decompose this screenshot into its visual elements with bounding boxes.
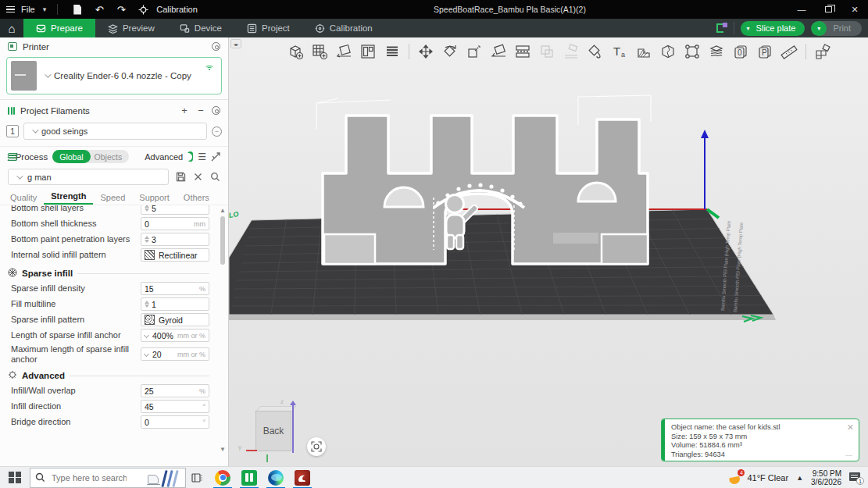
new-project-button[interactable] — [69, 2, 86, 16]
tab-preview[interactable]: Preview — [95, 19, 167, 37]
tab-support[interactable]: Support — [132, 193, 177, 205]
tune-icon[interactable] — [211, 151, 220, 162]
viewport-3d[interactable]: Bambu Smooth PEI Plate (High Temp Plate … — [229, 37, 868, 466]
param-search-input[interactable] — [26, 172, 120, 183]
advanced-toggle[interactable] — [188, 151, 193, 162]
build-plate[interactable] — [229, 209, 773, 315]
start-button[interactable] — [0, 467, 30, 488]
info-close-icon[interactable]: ✕ — [847, 422, 854, 433]
taskbar-app-edge[interactable] — [263, 467, 289, 488]
redo-button[interactable]: ↷ — [113, 2, 130, 16]
close-button[interactable]: ✕ — [841, 0, 868, 19]
spinner-icon[interactable] — [145, 301, 149, 308]
scrollbar-thumb[interactable] — [220, 216, 225, 265]
add-filament-button[interactable]: + — [179, 105, 190, 116]
taskbar-app-chrome[interactable] — [209, 467, 236, 488]
hamburger-icon[interactable] — [6, 6, 15, 13]
tab-speed[interactable]: Speed — [93, 193, 132, 205]
measure-icon[interactable] — [779, 41, 799, 62]
move-icon[interactable] — [416, 41, 436, 62]
lay-on-face-icon[interactable] — [488, 41, 509, 62]
bottom-shell-layers-input[interactable]: 5 — [141, 205, 209, 215]
slice-plate-button[interactable]: ▾ Slice plate — [741, 21, 805, 36]
search-decoration-image[interactable] — [146, 470, 182, 487]
plate-settings-icon[interactable] — [716, 23, 727, 34]
slice-options-chevron-icon[interactable]: ▾ — [741, 21, 756, 36]
remove-filament-button[interactable]: − — [195, 105, 206, 116]
add-object-icon[interactable] — [285, 41, 305, 62]
spinner-icon[interactable] — [145, 236, 149, 244]
param-search-field[interactable] — [8, 169, 169, 185]
taskbar-weather[interactable]: 4 41°F Clear — [729, 472, 788, 484]
anchor-max-length-select[interactable]: 20 mm or % — [141, 347, 209, 361]
add-plate-icon[interactable] — [309, 41, 330, 62]
file-menu[interactable]: File — [21, 5, 35, 14]
tab-prepare[interactable]: Prepare — [23, 19, 95, 37]
tab-calibration[interactable]: Calibration — [302, 19, 385, 37]
filament-selector[interactable]: good seings — [23, 123, 207, 140]
notification-center-button[interactable]: 1 — [849, 472, 863, 484]
navigation-cube[interactable]: z y Back — [246, 403, 301, 464]
internal-solid-infill-pattern-select[interactable]: Rectilinear — [141, 248, 209, 262]
auto-orient-icon[interactable] — [334, 41, 354, 62]
minimize-button[interactable]: — — [788, 0, 815, 19]
taskbar-search-input[interactable] — [50, 472, 128, 483]
home-button[interactable]: ⌂ — [0, 19, 23, 37]
rotate-icon[interactable] — [440, 41, 460, 62]
settings-list-icon[interactable]: ☰ — [198, 151, 206, 162]
clear-search-icon[interactable] — [192, 172, 203, 183]
filament-edit-icon[interactable]: − — [212, 126, 222, 137]
document-p-icon[interactable]: P — [755, 41, 775, 62]
tray-expand-chevron-icon[interactable]: ▲ — [796, 474, 803, 482]
assembly-icon[interactable] — [813, 41, 833, 62]
printer-settings-gear-icon[interactable] — [212, 42, 220, 51]
taskbar-app-red[interactable] — [289, 467, 316, 488]
task-view-button[interactable] — [186, 472, 209, 483]
undo-button[interactable]: ↶ — [91, 2, 108, 16]
objects-list-icon[interactable] — [382, 41, 402, 62]
tab-device[interactable]: Device — [167, 19, 234, 37]
info-minimize-icon[interactable]: — — [845, 451, 852, 459]
tab-others[interactable]: Others — [177, 193, 216, 205]
sparse-infill-density-input[interactable]: 15 % — [141, 282, 209, 295]
maximize-button[interactable] — [815, 0, 841, 19]
orbit-view-button[interactable] — [307, 437, 326, 456]
arrange-icon[interactable] — [358, 41, 378, 62]
save-preset-icon[interactable] — [175, 172, 186, 183]
scroll-down-arrow-icon[interactable]: ▼ — [220, 446, 226, 453]
tab-quality[interactable]: Quality — [3, 193, 44, 205]
params-scrollbar[interactable]: ▲ ▼ — [219, 207, 227, 453]
scope-global[interactable]: Global — [52, 150, 90, 163]
printer-selector[interactable]: Creality Ender-6 0.4 nozzle - Copy — [6, 57, 222, 94]
print-button[interactable]: ▾ Print — [811, 21, 862, 36]
cut-icon[interactable] — [658, 41, 678, 62]
taskbar-search-box[interactable] — [30, 468, 186, 488]
taskbar-app-bambu-studio[interactable] — [236, 467, 263, 488]
build-plate-scene[interactable]: Bambu Smooth PEI Plate (High Temp Plate … — [229, 37, 868, 466]
chevron-down-icon[interactable]: ▾ — [43, 5, 47, 13]
sparse-infill-pattern-select[interactable]: Gyroid — [141, 313, 209, 326]
taskbar-clock[interactable]: 9:50 PM 3/6/2026 — [811, 469, 841, 487]
seam-icon[interactable] — [682, 41, 702, 62]
tab-strength[interactable]: Strength — [44, 191, 93, 205]
filament-settings-gear-icon[interactable] — [212, 106, 220, 115]
tab-project[interactable]: Project — [234, 19, 302, 37]
paint-icon[interactable] — [585, 41, 605, 62]
spinner-icon[interactable] — [145, 205, 149, 212]
search-icon[interactable] — [209, 172, 220, 183]
infill-wall-overlap-input[interactable]: 25 % — [141, 384, 209, 397]
bottom-shell-thickness-input[interactable]: 0 mm — [141, 217, 209, 230]
panel-collapse-button[interactable]: ◂▸ — [230, 39, 241, 48]
text-icon[interactable]: Ta — [609, 41, 630, 62]
bottom-paint-penetration-input[interactable]: 3 — [141, 233, 209, 246]
infill-direction-input[interactable]: 45 ° — [141, 400, 209, 413]
variable-layer-height-icon[interactable] — [706, 41, 727, 62]
anchor-length-select[interactable]: 400% mm or % — [141, 329, 209, 342]
scope-objects[interactable]: Objects — [91, 152, 130, 162]
bridge-direction-input[interactable]: 0 ° — [141, 415, 209, 429]
scale-icon[interactable] — [464, 41, 484, 62]
process-scope-switch[interactable]: Global Objects — [52, 150, 129, 163]
nav-cube-back-face[interactable]: Back — [255, 411, 291, 451]
fill-multiline-input[interactable]: 1 — [141, 297, 209, 311]
support-paint-icon[interactable] — [634, 41, 654, 62]
